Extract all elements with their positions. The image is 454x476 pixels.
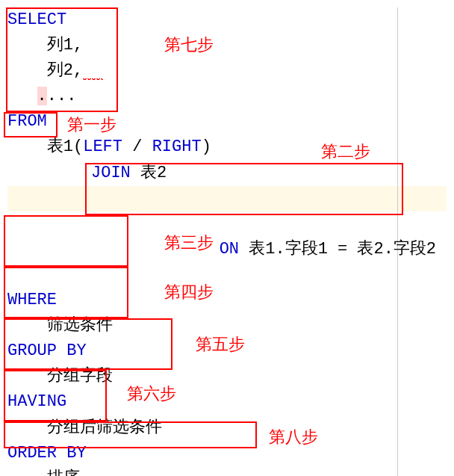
kw-groupby: GROUP BY [7,341,87,360]
code-line: 表1(LEFT / RIGHT) [7,135,447,160]
kw-from: FROM [7,112,47,131]
label-step2: 第二步 [321,139,370,164]
label-step3: 第三步 [164,230,214,256]
label-step4: 第四步 [164,279,214,305]
label-step6: 第六步 [127,381,176,407]
code-line: 列1, [7,33,447,58]
kw-orderby: ORDER BY [7,444,87,463]
kw-where: WHERE [7,291,57,309]
kw-join: JOIN [91,164,131,182]
sql-code-block: SELECT 列1, 列2,~~ .... FROM 表1(LEFT / RIG… [7,7,447,476]
code-line: SELECT [7,7,447,33]
code-line: ORDER BY [7,441,447,466]
kw-select: SELECT [7,10,66,29]
label-step7: 第七步 [164,32,214,58]
code-line: 列2,~~ [7,58,447,84]
kw-on: ON [220,240,239,259]
kw-having: HAVING [7,392,66,411]
label-step8: 第八步 [269,424,318,450]
code-line: HAVING [7,389,447,415]
code-line: .... [7,84,447,109]
code-line: 分组字段 [7,364,447,389]
code-line: ON 表1.字段1 = 表2.字段2 [7,186,447,288]
code-line: 排序 [7,466,447,476]
code-line: JOIN 表2 [7,161,447,186]
label-step1: 第一步 [67,112,116,137]
current-line-highlight [7,186,447,211]
code-line: WHERE [7,288,447,313]
label-step5: 第五步 [196,332,245,357]
code-line: 分组后筛选条件 [7,415,447,441]
